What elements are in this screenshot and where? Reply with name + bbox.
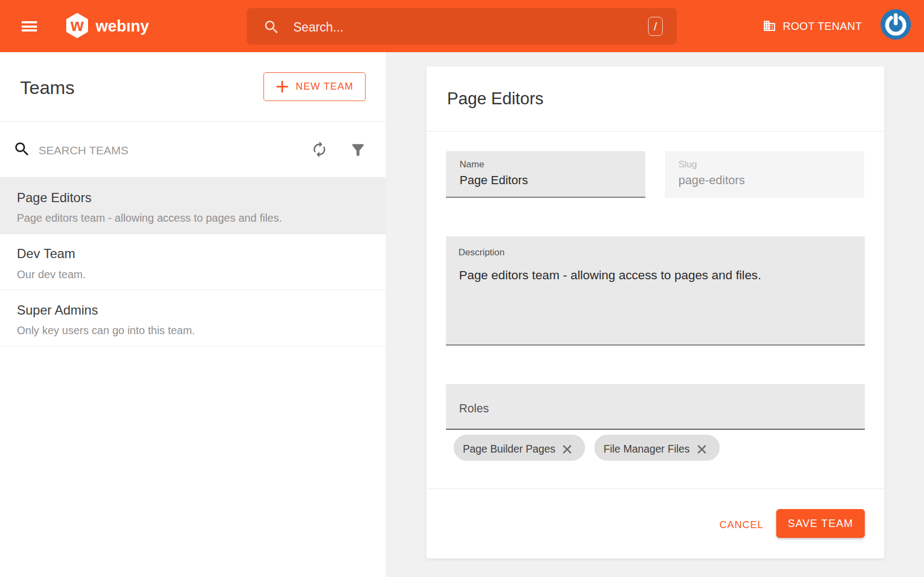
svg-text:w: w: [70, 16, 84, 35]
